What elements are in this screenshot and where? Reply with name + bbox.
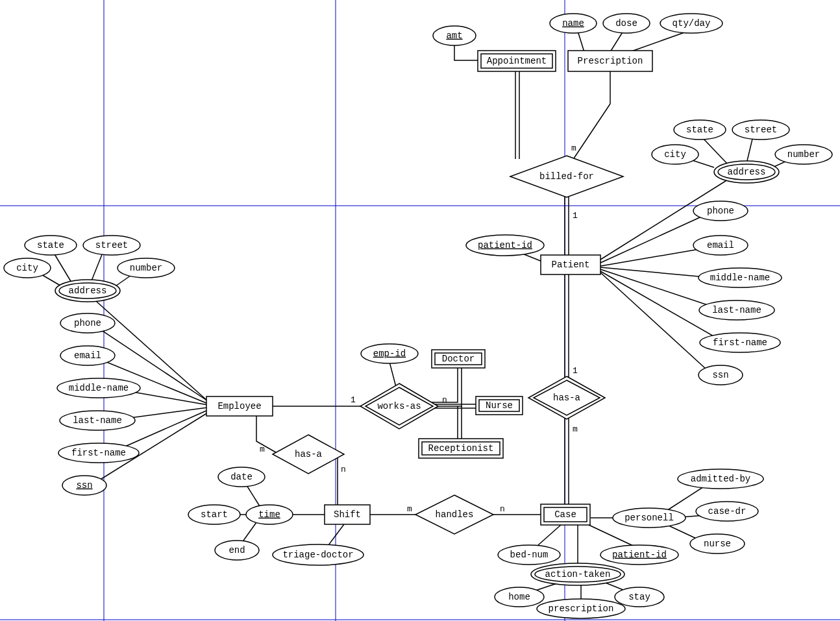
card-has-a-shift-n: n [341,465,346,474]
attr-patient-city: city [652,145,698,164]
svg-text:Prescription: Prescription [578,56,643,66]
attr-employee-state: state [25,236,77,255]
attr-employee-street: street [83,236,140,255]
card-has-a-shift-m: m [260,444,265,454]
card-billed-for-1: 1 [573,211,578,221]
svg-text:patient-id: patient-id [612,550,667,560]
svg-text:number: number [130,263,162,273]
svg-text:phone: phone [707,206,734,216]
svg-line-6 [610,31,623,52]
card-has-a-pc-1: 1 [573,366,578,376]
svg-text:email: email [74,350,101,361]
card-has-a-pc-m: m [573,424,578,434]
svg-text:amt: amt [446,30,462,41]
svg-text:Case: Case [554,509,576,520]
svg-text:date: date [230,472,253,482]
svg-text:city: city [664,149,686,160]
svg-text:Patient: Patient [552,260,590,270]
svg-text:dose: dose [615,18,637,29]
svg-text:Shift: Shift [334,509,361,520]
svg-text:nurse: nurse [704,539,731,549]
entity-receptionist: Receptionist [419,439,503,458]
attr-patient-state: state [674,120,726,140]
attr-case-admitted-by: admitted-by [678,469,763,489]
card-handles-m: m [407,504,412,514]
card-billed-for-m: m [571,143,576,153]
attr-employee-first-name: first-name [58,443,139,463]
attr-case-home: home [495,587,544,607]
attr-shift-start: start [188,505,240,524]
svg-text:triage-doctor: triage-doctor [282,550,353,560]
svg-text:street: street [95,240,128,250]
card-works-as-1: 1 [351,395,356,405]
svg-text:last-name: last-name [712,305,761,315]
svg-text:stay: stay [628,592,650,602]
svg-text:home: home [508,592,530,602]
svg-text:time: time [258,509,280,520]
svg-text:middle-name: middle-name [69,383,129,393]
svg-text:prescription: prescription [549,603,614,614]
svg-text:state: state [37,240,64,250]
svg-text:middle-name: middle-name [710,273,770,283]
svg-line-9 [571,104,610,162]
svg-text:action-taken: action-taken [545,569,611,579]
attr-patient-last-name: last-name [699,300,774,320]
entity-appointment: Appointment [478,51,556,71]
svg-text:personell: personell [624,513,674,523]
attr-patient-phone: phone [693,201,748,221]
attr-patient-first-name: first-name [700,333,780,352]
attr-employee-address: address [55,280,120,302]
attr-shift-time: time [246,505,293,524]
attr-shift-date: date [218,467,265,487]
svg-line-15 [747,136,753,164]
svg-text:city: city [16,263,38,273]
svg-text:ssn: ssn [76,480,92,491]
attr-case-prescription: prescription [537,599,625,618]
svg-text:ssn: ssn [712,370,728,380]
svg-text:state: state [686,125,713,135]
entity-case: Case [541,504,590,525]
relationship-has-a-patient-case: has-a [528,376,605,419]
relationship-works-as: works-as [360,384,438,429]
svg-text:first-name: first-name [71,448,126,458]
relationship-has-a-shift: has-a [273,435,344,474]
svg-text:Doctor: Doctor [442,354,475,364]
svg-text:bed-num: bed-num [510,550,549,560]
entity-employee: Employee [206,396,273,416]
attr-employee-city: city [4,258,51,278]
svg-text:end: end [229,545,245,555]
entity-shift: Shift [325,505,370,524]
svg-text:works-as: works-as [377,401,421,411]
attr-employee-email: email [60,346,115,365]
svg-text:case-dr: case-dr [708,506,747,517]
attr-patient-id: patient-id [466,235,544,256]
svg-text:phone: phone [74,318,101,328]
svg-text:has-a: has-a [553,393,580,403]
svg-line-18 [600,211,714,263]
attr-shift-end: end [215,541,259,560]
svg-text:handles: handles [436,509,474,520]
svg-text:Employee: Employee [217,401,261,411]
svg-text:last-name: last-name [73,415,122,426]
attr-case-personell: personell [613,508,686,528]
attr-case-patient-id: patient-id [600,545,678,565]
er-diagram: Appointment Prescription Patient Employe… [0,0,840,621]
attr-patient-middle-name: middle-name [698,268,782,287]
attr-employee-phone: phone [60,313,115,333]
svg-text:billed-for: billed-for [539,171,594,182]
attr-appointment-amt: amt [433,26,476,45]
svg-text:email: email [707,240,734,250]
svg-text:Receptionist: Receptionist [428,443,494,454]
svg-text:qty/day: qty/day [673,18,711,29]
svg-text:Appointment: Appointment [487,56,547,66]
svg-text:address: address [69,286,107,296]
attr-employee-middle-name: middle-name [57,378,140,398]
attr-patient-ssn: ssn [698,365,743,385]
attr-patient-number: number [775,145,832,164]
svg-line-14 [701,136,727,164]
svg-line-7 [630,31,688,52]
svg-line-40 [389,362,396,387]
entity-doctor: Doctor [432,350,485,368]
attr-prescription-name: name [550,14,597,33]
attr-patient-email: email [693,236,748,255]
